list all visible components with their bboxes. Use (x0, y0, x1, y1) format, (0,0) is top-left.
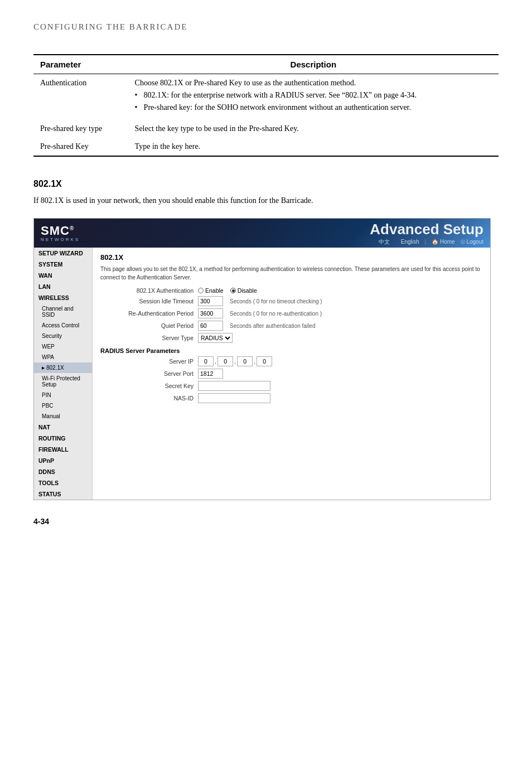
nav-logout[interactable]: ⦾ Logout (461, 239, 483, 245)
session-label: Session Idle Timeout (100, 298, 198, 304)
secret-key-input[interactable] (198, 381, 270, 391)
server-type-select[interactable]: RADIUS (198, 333, 233, 343)
sidebar-item-security[interactable]: Security (34, 331, 92, 341)
reauth-hint: Seconds ( 0 for no re-authentication ) (230, 311, 322, 317)
auth-label: 802.1X Authentication (100, 287, 198, 294)
parameter-table: Parameter Description AuthenticationChoo… (33, 54, 499, 157)
page-header-title: Configuring the Barricade (33, 22, 187, 31)
server-ip-oct1[interactable] (198, 356, 214, 366)
server-ip-label: Server IP (100, 358, 198, 365)
server-port-row: Server Port (100, 369, 482, 379)
page-number: 4-34 (33, 517, 499, 526)
router-header-right: Advanced Setup 中文 English | 🏠 Home ⦾ Log… (370, 221, 483, 246)
table-desc-0: Choose 802.1X or Pre-shared Key to use a… (128, 74, 499, 120)
table-desc-1: Select the key type to be used in the Pr… (128, 120, 499, 138)
session-input[interactable] (198, 296, 223, 306)
col-parameter: Parameter (33, 55, 128, 74)
session-hint: Seconds ( 0 for no timeout checking ) (230, 298, 322, 304)
smc-logo-text: SMC® (41, 225, 80, 237)
sidebar-item-routing[interactable]: ROUTING (34, 433, 92, 444)
bullet-item: 802.1X: for the enterprise network with … (135, 91, 492, 100)
sidebar-item-access-control[interactable]: Access Control (34, 320, 92, 331)
secret-key-label: Secret Key (100, 383, 198, 389)
main-content: 802.1X This page allows you to set the 8… (93, 248, 490, 500)
auth-disable-option[interactable]: Disable (230, 287, 257, 294)
nas-id-control (198, 393, 270, 403)
reauth-control: Seconds ( 0 for no re-authentication ) (198, 308, 322, 318)
nas-id-label: NAS-ID (100, 395, 198, 401)
nas-id-input[interactable] (198, 393, 270, 403)
server-ip-oct4[interactable] (257, 356, 272, 366)
sidebar-item-802.1x[interactable]: 802.1X (34, 362, 92, 373)
page-header: Configuring the Barricade (33, 22, 499, 32)
nas-id-row: NAS-ID (100, 393, 482, 403)
server-ip-oct3[interactable] (237, 356, 253, 366)
session-row: Session Idle Timeout Seconds ( 0 for no … (100, 296, 482, 306)
sidebar-item-nat[interactable]: NAT (34, 422, 92, 433)
auth-enable-label: Enable (205, 287, 224, 294)
sidebar-item-firewall[interactable]: FIREWALL (34, 444, 92, 455)
reauth-input[interactable] (198, 308, 223, 318)
bullet-item: Pre-shared key: for the SOHO network env… (135, 103, 492, 112)
sidebar-item-status[interactable]: STATUS (34, 488, 92, 500)
quiet-control: Seconds after authentication failed (198, 321, 315, 331)
router-header: SMC® Networks Advanced Setup 中文 English … (34, 219, 490, 248)
server-port-input[interactable] (198, 369, 223, 379)
nav-home[interactable]: 🏠 Home (432, 239, 454, 245)
secret-key-row: Secret Key (100, 381, 482, 391)
reauth-row: Re-Authentication Period Seconds ( 0 for… (100, 308, 482, 318)
table-param-2: Pre-shared Key (33, 138, 128, 156)
lang-en[interactable]: English (401, 239, 419, 245)
table-param-0: Authentication (33, 74, 128, 120)
sidebar-item-pin[interactable]: PIN (34, 390, 92, 400)
sidebar-item-channel-and-ssid[interactable]: Channel and SSID (34, 303, 92, 320)
smc-logo: SMC® Networks (41, 225, 80, 242)
sidebar-item-wan[interactable]: WAN (34, 270, 92, 281)
sidebar-item-upnp[interactable]: UPnP (34, 455, 92, 466)
sidebar-item-pbc[interactable]: PBC (34, 400, 92, 411)
server-ip-control: . . . (198, 356, 272, 366)
sidebar-item-wi-fi-protected-setup[interactable]: Wi-Fi Protected Setup (34, 373, 92, 390)
sidebar-item-manual[interactable]: Manual (34, 411, 92, 422)
content-desc: This page allows you to set the 802.1X, … (100, 265, 482, 282)
quiet-input[interactable] (198, 321, 223, 331)
sidebar-item-ddns[interactable]: DDNS (34, 466, 92, 477)
auth-control: Enable Disable (198, 287, 257, 294)
sidebar-item-wpa[interactable]: WPA (34, 352, 92, 362)
radius-section-label: RADIUS Server Parameters (100, 347, 482, 354)
auth-enable-option[interactable]: Enable (198, 287, 224, 294)
server-port-control (198, 369, 223, 379)
quiet-hint: Seconds after authentication failed (230, 323, 315, 329)
content-title: 802.1X (100, 253, 482, 262)
sidebar-item-tools[interactable]: TOOLS (34, 477, 92, 488)
sidebar-item-setup-wizard[interactable]: SETUP WIZARD (34, 248, 92, 259)
sidebar-item-wireless[interactable]: WIRELESS (34, 292, 92, 303)
col-description: Description (128, 55, 499, 74)
auth-row: 802.1X Authentication Enable Disable (100, 287, 482, 294)
sidebar-item-lan[interactable]: LAN (34, 281, 92, 292)
advanced-title: Advanced Setup (370, 221, 483, 238)
quiet-row: Quiet Period Seconds after authenticatio… (100, 321, 482, 331)
header-links: 中文 English | 🏠 Home ⦾ Logout (379, 238, 483, 246)
reauth-label: Re-Authentication Period (100, 310, 198, 317)
quiet-label: Quiet Period (100, 322, 198, 329)
router-ui: SMC® Networks Advanced Setup 中文 English … (33, 218, 491, 500)
sidebar-item-system[interactable]: SYSTEM (34, 259, 92, 270)
server-type-label: Server Type (100, 335, 198, 341)
server-type-row: Server Type RADIUS (100, 333, 482, 343)
session-control: Seconds ( 0 for no timeout checking ) (198, 296, 322, 306)
server-ip-row: Server IP . . . (100, 356, 482, 366)
table-desc-2: Type in the key here. (128, 138, 499, 156)
auth-enable-radio[interactable] (198, 288, 204, 293)
auth-disable-label: Disable (238, 287, 257, 294)
lang-zh[interactable]: 中文 (379, 238, 390, 246)
sidebar: SETUP WIZARDSYSTEMWANLANWIRELESSChannel … (34, 248, 93, 500)
router-body: SETUP WIZARDSYSTEMWANLANWIRELESSChannel … (34, 248, 490, 500)
server-type-control: RADIUS (198, 333, 233, 343)
table-param-1: Pre-shared key type (33, 120, 128, 138)
section-802-heading: 802.1X (33, 179, 499, 189)
sidebar-item-wep[interactable]: WEP (34, 341, 92, 352)
smc-networks-text: Networks (41, 237, 80, 242)
auth-disable-radio[interactable] (230, 288, 236, 293)
server-ip-oct2[interactable] (217, 356, 233, 366)
